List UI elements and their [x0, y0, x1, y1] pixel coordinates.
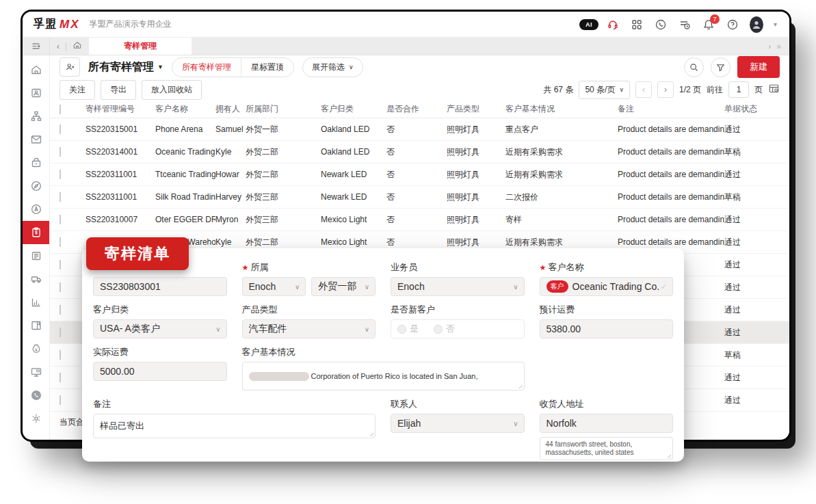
tab-next-chevron-icon[interactable]: › — [768, 42, 771, 51]
sidebar-item-ledger-book[interactable] — [23, 314, 49, 337]
goto-label: 前往 — [707, 84, 723, 96]
estimated-freight-input[interactable]: 5380.00 — [540, 319, 674, 339]
notifications-bell-icon[interactable]: 7 — [702, 18, 715, 31]
sidebar-item-compass[interactable] — [23, 174, 49, 198]
table-row[interactable]: SS220314001 Oceanic Trading... Kyle 外贸二部… — [50, 141, 789, 163]
customer-select[interactable]: 客户 Oceanic Trading Co. ✓ — [540, 277, 674, 296]
next-page-button[interactable]: › — [657, 81, 674, 98]
apps-grid-icon[interactable] — [630, 18, 644, 31]
sidebar-item-contacts[interactable] — [23, 81, 49, 105]
segment-all-samples[interactable]: 所有寄样管理 — [172, 58, 241, 77]
column-settings-icon[interactable] — [768, 83, 780, 96]
owner-filter-button[interactable] — [60, 57, 80, 77]
sidebar-collapse-icon[interactable] — [23, 38, 50, 55]
sidebar-item-sample-clipboard[interactable] — [23, 221, 49, 244]
select-all-checkbox[interactable] — [60, 105, 61, 114]
cell-doc-id: SS220311001 — [85, 192, 155, 202]
product-type-select[interactable]: 汽车配件∨ — [242, 319, 376, 339]
radio-yes[interactable] — [397, 325, 406, 334]
remark-textarea[interactable]: 样品已寄出 — [93, 414, 376, 438]
filter-button[interactable] — [711, 57, 731, 77]
prev-page-button[interactable]: ‹ — [635, 81, 652, 98]
task-list-icon[interactable] — [678, 18, 692, 31]
customer-tag-badge: 客户 — [547, 280, 568, 293]
modal-title-badge: 寄样清单 — [86, 237, 189, 270]
new-record-button[interactable]: 新建 — [737, 56, 780, 78]
view-title[interactable]: 所有寄样管理▼ — [88, 60, 163, 75]
expand-filter-button[interactable]: 展开筛选∨ — [302, 57, 363, 77]
row-checkbox[interactable] — [60, 260, 61, 269]
sidebar-item-workbench-monitor[interactable] — [23, 360, 49, 384]
row-checkbox[interactable] — [60, 328, 61, 337]
row-checkbox[interactable] — [60, 124, 61, 134]
sidebar-item-home[interactable] — [23, 58, 49, 81]
sidebar-item-bag[interactable] — [23, 151, 49, 174]
sample-list-modal: SS230803001 ★所属 Enoch∨ 外贸一部∨ 业务员 Enoch∨ … — [82, 248, 684, 462]
customer-field: ★客户名称 客户 Oceanic Trading Co. ✓ — [540, 262, 674, 296]
back-chevron-icon[interactable]: ‹ — [57, 42, 60, 51]
address-detail-textarea[interactable]: 44 farnsworth street, boston, massachuse… — [540, 437, 674, 460]
sidebar-item-org-structure[interactable] — [23, 105, 49, 128]
row-checkbox[interactable] — [60, 395, 61, 405]
goto-page-input[interactable]: 1 — [728, 81, 749, 98]
table-row[interactable]: SS220311001 Ttceanic Trading... Howar 外贸… — [50, 163, 789, 186]
ai-assistant-icon[interactable]: AI — [582, 18, 596, 31]
page-size-select[interactable]: 50 条/页∨ — [579, 81, 630, 99]
row-checkbox[interactable] — [60, 305, 61, 315]
row-checkbox[interactable] — [60, 237, 61, 247]
row-checkbox[interactable] — [60, 282, 61, 292]
home-tab-icon[interactable] — [73, 40, 82, 52]
sidebar-item-invoice[interactable] — [23, 244, 49, 267]
row-checkbox[interactable] — [60, 215, 61, 224]
user-avatar[interactable] — [750, 18, 763, 31]
row-checkbox[interactable] — [60, 147, 61, 157]
table-row[interactable]: SS220315001 Phone Arena Samuel 外贸一部 Oakl… — [50, 118, 789, 141]
radio-no[interactable] — [434, 325, 443, 334]
cell-product-type: 照明灯具 — [447, 191, 505, 203]
topbar-actions: AI 7 — [582, 18, 777, 31]
sidebar-item-whatsapp[interactable] — [23, 384, 49, 407]
col-header: 客户名称 — [155, 103, 215, 115]
belong-dept-select[interactable]: 外贸一部∨ — [311, 277, 376, 296]
sidebar-item-report-chart[interactable] — [23, 291, 49, 314]
tab-sample-management[interactable]: 寄样管理 — [89, 38, 192, 55]
row-checkbox[interactable] — [60, 170, 61, 179]
belong-user-select[interactable]: Enoch∨ — [242, 277, 306, 296]
sidebar-item-logistics[interactable] — [23, 267, 49, 291]
table-header-row: 寄样管理编号 客户名称 拥有人 所属部门 客户归类 是否合作 产品类型 客户基本… — [50, 101, 789, 118]
contact-select[interactable]: Elijah∨ — [391, 414, 525, 433]
customer-category-select[interactable]: USA- A类客户∨ — [93, 319, 227, 339]
follow-button[interactable]: 关注 — [60, 80, 95, 100]
sidebar-item-finance[interactable] — [23, 337, 49, 360]
address-city-input[interactable]: Norfolk — [540, 414, 674, 433]
row-checkbox[interactable] — [60, 350, 61, 360]
recycle-bin-button[interactable]: 放入回收站 — [142, 80, 202, 100]
toolbar-right: 新建 — [684, 56, 780, 78]
estimated-freight-field: 预计运费 5380.00 — [540, 304, 674, 339]
whatsapp-icon[interactable] — [654, 18, 668, 31]
sidebar-item-mail[interactable] — [23, 128, 49, 151]
resize-handle[interactable] — [367, 430, 373, 436]
segment-star-top[interactable]: 星标置顶 — [241, 58, 293, 77]
row-checkbox[interactable] — [60, 373, 61, 382]
headset-support-icon[interactable] — [606, 18, 620, 31]
table-row[interactable]: SS220311001 Silk Road Trading... Harvey … — [50, 186, 789, 209]
export-button[interactable]: 导出 — [101, 80, 136, 100]
col-header: 产品类型 — [447, 103, 505, 115]
resize-handle[interactable] — [516, 382, 523, 388]
resize-handle[interactable] — [665, 452, 671, 458]
cell-cooperation: 否 — [386, 124, 447, 135]
salesman-select[interactable]: Enoch∨ — [391, 277, 525, 296]
avatar-chevron-icon[interactable]: ▾ — [774, 21, 777, 28]
sidebar-item-settings-gear[interactable] — [23, 407, 49, 430]
salesman-field: 业务员 Enoch∨ — [391, 262, 525, 296]
sidebar-item-marketing[interactable] — [23, 198, 49, 221]
actual-freight-input[interactable]: 5000.00 — [93, 362, 227, 381]
table-row[interactable]: SS220310007 Oter EGGER DRE Myron 外贸三部 Me… — [50, 209, 789, 231]
help-icon[interactable] — [726, 18, 739, 31]
doc-no-input[interactable]: SS230803001 — [93, 277, 227, 296]
search-button[interactable] — [684, 57, 704, 77]
customer-info-textarea[interactable]: Corporation of Puerto Rico is located in… — [242, 362, 525, 390]
row-checkbox[interactable] — [60, 192, 61, 202]
tab-more-icon[interactable]: » — [776, 42, 781, 51]
